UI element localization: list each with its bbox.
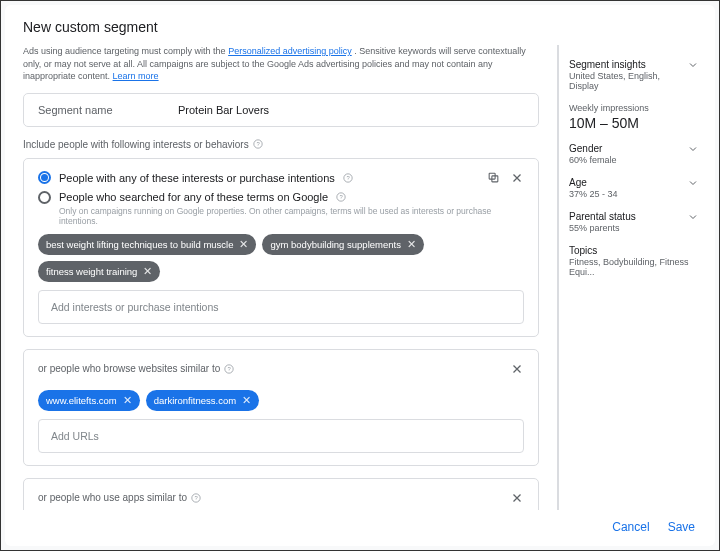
disclaimer-text: Ads using audience targeting must comply… xyxy=(23,46,228,56)
save-button[interactable]: Save xyxy=(668,520,695,534)
close-icon[interactable] xyxy=(510,171,524,185)
svg-text:?: ? xyxy=(228,366,232,372)
svg-text:?: ? xyxy=(256,141,260,147)
personalized-policy-link[interactable]: Personalized advertising policy xyxy=(228,46,352,56)
urls-label: or people who browse websites similar to xyxy=(38,363,220,374)
url-chip[interactable]: www.elitefts.com✕ xyxy=(38,390,140,411)
insight-parental[interactable]: Parental status55% parents xyxy=(569,205,709,239)
policy-disclaimer: Ads using audience targeting must comply… xyxy=(23,45,539,83)
apps-label: or people who use apps similar to xyxy=(38,492,187,503)
svg-text:?: ? xyxy=(339,194,343,200)
remove-chip-icon[interactable]: ✕ xyxy=(239,239,248,250)
remove-chip-icon[interactable]: ✕ xyxy=(123,395,132,406)
insights-panel: Segment insights United States, English,… xyxy=(557,45,709,510)
radio-unselected-icon xyxy=(38,191,51,204)
url-chip[interactable]: darkironfitness.com✕ xyxy=(146,390,259,411)
cancel-button[interactable]: Cancel xyxy=(612,520,649,534)
help-icon[interactable]: ? xyxy=(253,139,263,149)
interest-chip[interactable]: gym bodybuilding supplements✕ xyxy=(262,234,423,255)
urls-input[interactable]: Add URLs xyxy=(38,419,524,453)
segment-name-card: Segment name xyxy=(23,93,539,127)
apps-card: or people who use apps similar to ? + St… xyxy=(23,478,539,510)
radio-selected-icon xyxy=(38,171,51,184)
url-chips: www.elitefts.com✕ darkironfitness.com✕ xyxy=(38,390,524,411)
insight-impressions: Weekly impressions 10M – 50M xyxy=(569,97,709,137)
radio-subtext: Only on campaigns running on Google prop… xyxy=(59,206,524,226)
urls-card: or people who browse websites similar to… xyxy=(23,349,539,466)
main-panel: Ads using audience targeting must comply… xyxy=(5,45,557,510)
help-icon[interactable]: ? xyxy=(336,192,346,202)
insights-header[interactable]: Segment insights United States, English,… xyxy=(569,53,709,97)
remove-chip-icon[interactable]: ✕ xyxy=(143,266,152,277)
segment-name-input[interactable] xyxy=(178,104,524,116)
copy-icon[interactable] xyxy=(486,171,500,185)
close-icon[interactable] xyxy=(510,362,524,376)
include-label: Include people with following interests … xyxy=(23,139,539,150)
insight-topics[interactable]: TopicsFitness, Bodybuilding, Fitness Equ… xyxy=(569,239,709,283)
help-icon[interactable]: ? xyxy=(191,493,201,503)
insight-gender[interactable]: Gender60% female xyxy=(569,137,709,171)
segment-name-label: Segment name xyxy=(38,104,178,116)
dialog-title: New custom segment xyxy=(5,5,715,45)
radio-search-terms[interactable]: People who searched for any of these ter… xyxy=(38,191,524,204)
remove-chip-icon[interactable]: ✕ xyxy=(242,395,251,406)
chevron-down-icon xyxy=(687,211,699,223)
svg-text:?: ? xyxy=(194,495,198,501)
chevron-down-icon xyxy=(687,177,699,189)
chevron-down-icon xyxy=(687,143,699,155)
radio-interests[interactable]: People with any of these interests or pu… xyxy=(38,171,524,185)
help-icon[interactable]: ? xyxy=(224,364,234,374)
svg-text:?: ? xyxy=(346,175,350,181)
remove-chip-icon[interactable]: ✕ xyxy=(407,239,416,250)
interest-chip[interactable]: best weight lifting techniques to build … xyxy=(38,234,256,255)
interests-card: People with any of these interests or pu… xyxy=(23,158,539,337)
insight-age[interactable]: Age37% 25 - 34 xyxy=(569,171,709,205)
interest-chip[interactable]: fitness weight training✕ xyxy=(38,261,160,282)
dialog-footer: Cancel Save xyxy=(5,510,715,546)
interests-input[interactable]: Add interests or purchase intentions xyxy=(38,290,524,324)
interest-chips: best weight lifting techniques to build … xyxy=(38,234,524,282)
close-icon[interactable] xyxy=(510,491,524,505)
help-icon[interactable]: ? xyxy=(343,173,353,183)
learn-more-link[interactable]: Learn more xyxy=(113,71,159,81)
chevron-down-icon xyxy=(687,59,699,71)
